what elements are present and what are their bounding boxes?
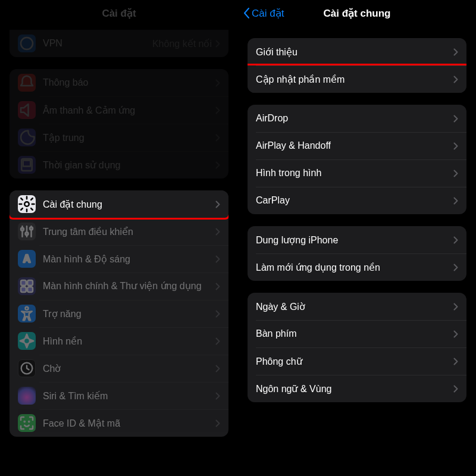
settings-row[interactable]: Âm thanh & Cảm ứng xyxy=(10,96,228,124)
notifications-icon xyxy=(18,74,36,92)
chevron-right-icon xyxy=(215,161,220,169)
chevron-right-icon xyxy=(215,107,220,114)
row-label: Chờ xyxy=(43,363,215,374)
chevron-right-icon xyxy=(215,419,220,427)
chevron-right-icon xyxy=(215,392,220,400)
row-label: Màn hình & Độ sáng xyxy=(43,253,215,265)
svg-point-0 xyxy=(21,37,33,49)
chevron-right-icon xyxy=(215,283,220,290)
chevron-right-icon xyxy=(453,170,458,177)
svg-point-8 xyxy=(26,232,29,235)
chevron-right-icon xyxy=(453,142,458,150)
general-row[interactable]: Hình trong hình xyxy=(248,159,466,187)
settings-row[interactable]: Chờ xyxy=(10,355,228,382)
general-row[interactable]: Bàn phím xyxy=(248,320,466,347)
general-row[interactable]: Ngày & Giờ xyxy=(248,293,466,320)
row-label: Cài đặt chung xyxy=(43,199,215,210)
general-row[interactable]: Giới thiệu xyxy=(248,38,466,65)
settings-row[interactable]: Trung tâm điều khiển xyxy=(10,218,228,245)
chevron-right-icon xyxy=(215,40,220,48)
svg-point-7 xyxy=(21,228,24,231)
row-label: Thời gian sử dụng xyxy=(43,159,215,171)
settings-row[interactable]: Tập trung xyxy=(10,124,228,151)
general-row[interactable]: AirDrop xyxy=(248,105,466,132)
row-label: Face ID & Mật mã xyxy=(43,418,215,429)
svg-rect-12 xyxy=(27,280,33,286)
settings-row[interactable]: Cài đặt chung xyxy=(10,190,228,218)
row-label: Hình trong hình xyxy=(256,168,453,178)
general-group: Ngày & GiờBàn phímPhông chữNgôn ngữ & Vù… xyxy=(248,293,466,402)
row-label: Ngày & Giờ xyxy=(256,301,453,312)
display-icon: A xyxy=(18,250,36,268)
chevron-right-icon xyxy=(453,303,458,311)
accessibility-icon xyxy=(18,305,36,322)
row-label: VPN xyxy=(43,38,152,49)
row-label: CarPlay xyxy=(256,195,453,206)
svg-point-19 xyxy=(29,421,29,422)
settings-group: Thông báoÂm thanh & Cảm ứngTập trungThời… xyxy=(10,69,228,178)
chevron-right-icon xyxy=(453,358,458,365)
wallpaper-icon xyxy=(18,332,36,350)
chevron-right-icon xyxy=(215,310,220,318)
row-label: Thông báo xyxy=(43,77,215,88)
general-row[interactable]: Làm mới ứng dụng trong nền xyxy=(248,253,466,281)
settings-row[interactable]: Thông báo xyxy=(10,69,228,96)
back-button[interactable]: Cài đặt xyxy=(243,7,284,20)
row-label: Màn hình chính & Thư viện ứng dụng xyxy=(43,275,215,296)
general-row[interactable]: Ngôn ngữ & Vùng xyxy=(248,375,466,402)
settings-row[interactable]: Siri & Tìm kiếm xyxy=(10,382,228,409)
svg-point-15 xyxy=(26,307,29,310)
row-label: Dung lượng iPhone xyxy=(256,234,453,246)
general-row[interactable]: Dung lượng iPhone xyxy=(248,226,466,253)
settings-row[interactable]: Face ID & Mật mã xyxy=(10,409,228,437)
row-label: Giới thiệu xyxy=(256,46,453,58)
general-row[interactable]: Cập nhật phần mềm xyxy=(248,65,466,93)
row-detail: Không kết nối xyxy=(152,38,212,49)
chevron-right-icon xyxy=(453,236,458,244)
row-label: AirPlay & Handoff xyxy=(256,140,453,151)
siri-icon xyxy=(18,387,36,405)
chevron-right-icon xyxy=(453,264,458,271)
row-label: Ngôn ngữ & Vùng xyxy=(256,383,453,394)
general-group: AirDropAirPlay & HandoffHình trong hìnhC… xyxy=(248,105,466,214)
svg-rect-13 xyxy=(21,287,26,292)
chevron-right-icon xyxy=(215,228,220,236)
faceid-icon xyxy=(18,414,36,432)
vpn-icon xyxy=(18,35,36,52)
general-pane: Cài đặt Cài đặt chung Giới thiệuCập nhật… xyxy=(238,0,476,476)
chevron-right-icon xyxy=(215,255,220,263)
row-label: Hình nền xyxy=(43,336,215,347)
focus-icon xyxy=(18,129,36,146)
chevron-right-icon xyxy=(453,197,458,205)
settings-row[interactable]: VPNKhông kết nối xyxy=(10,30,228,57)
general-row[interactable]: AirPlay & Handoff xyxy=(248,132,466,159)
general-row[interactable]: CarPlay xyxy=(248,187,466,214)
svg-text:A: A xyxy=(23,253,31,265)
svg-point-3 xyxy=(24,202,29,206)
settings-row[interactable]: Thời gian sử dụng xyxy=(10,151,228,178)
chevron-right-icon xyxy=(453,330,458,338)
svg-point-18 xyxy=(24,421,25,422)
general-row[interactable]: Phông chữ xyxy=(248,347,466,375)
settings-header: Cài đặt xyxy=(0,0,238,26)
settings-row[interactable]: Hình nền xyxy=(10,327,228,355)
general-title: Cài đặt chung xyxy=(324,7,391,20)
screentime-icon xyxy=(18,156,36,174)
row-label: Bàn phím xyxy=(256,328,453,339)
homescreen-icon xyxy=(18,277,36,295)
row-label: Siri & Tìm kiếm xyxy=(43,390,215,402)
chevron-right-icon xyxy=(453,385,458,393)
settings-title: Cài đặt xyxy=(102,7,136,20)
row-label: Tập trung xyxy=(43,132,215,143)
row-label: Phông chữ xyxy=(256,356,453,367)
settings-row[interactable]: AMàn hình & Độ sáng xyxy=(10,245,228,273)
settings-row[interactable]: Trợ năng xyxy=(10,300,228,327)
settings-row[interactable]: Màn hình chính & Thư viện ứng dụng xyxy=(10,273,228,300)
back-label: Cài đặt xyxy=(252,7,284,20)
chevron-right-icon xyxy=(453,115,458,123)
svg-point-9 xyxy=(30,227,33,230)
row-label: Âm thanh & Cảm ứng xyxy=(43,105,215,116)
controlcenter-icon xyxy=(18,223,36,240)
sounds-icon xyxy=(18,101,36,119)
settings-pane: Cài đặt VPNKhông kết nốiThông báoÂm than… xyxy=(0,0,238,476)
